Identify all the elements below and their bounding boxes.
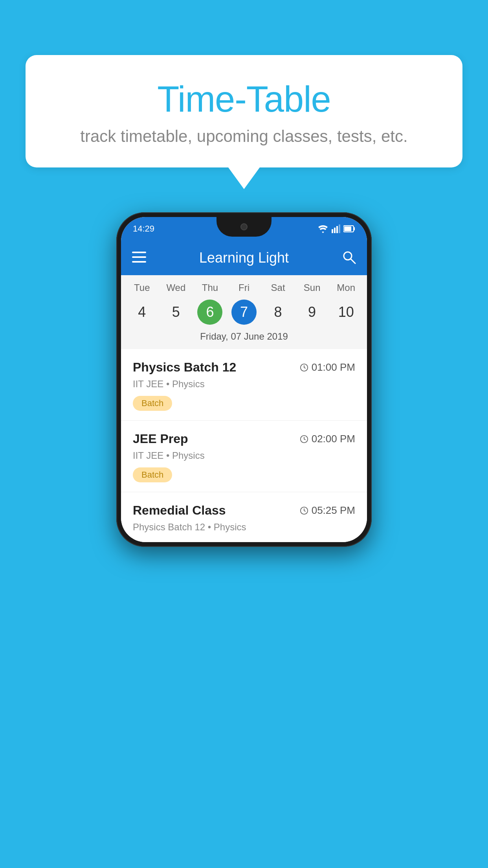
clock-icon-2 <box>300 506 308 515</box>
day-headers: Tue Wed Thu Fri Sat Sun Mon <box>121 282 367 296</box>
day-tue: Tue <box>125 282 159 296</box>
notch <box>216 217 272 237</box>
date-4[interactable]: 4 <box>129 300 154 325</box>
speech-bubble-section: Time-Table track timetable, upcoming cla… <box>26 55 462 189</box>
bubble-arrow <box>228 167 260 189</box>
class-name-0: Physics Batch 12 <box>133 360 236 375</box>
app-bar-title: Learning Light <box>156 250 332 266</box>
date-10[interactable]: 10 <box>334 300 359 325</box>
class-name-1: JEE Prep <box>133 432 188 446</box>
day-mon: Mon <box>329 282 363 296</box>
date-5[interactable]: 5 <box>163 300 189 325</box>
class-time-1: 02:00 PM <box>300 433 355 445</box>
batch-tag-1: Batch <box>133 467 172 482</box>
status-bar: 14:29 <box>121 217 367 241</box>
bubble-title: Time-Table <box>57 79 431 120</box>
phone-outer: 14:29 <box>116 212 372 547</box>
day-sat: Sat <box>261 282 295 296</box>
svg-rect-7 <box>132 252 146 253</box>
day-thu: Thu <box>193 282 227 296</box>
day-wed: Wed <box>159 282 193 296</box>
svg-line-11 <box>351 259 355 263</box>
search-icon[interactable] <box>342 250 356 266</box>
class-item-header-0: Physics Batch 12 01:00 PM <box>133 360 355 375</box>
date-6-today[interactable]: 6 <box>197 300 222 325</box>
svg-rect-8 <box>132 256 146 258</box>
svg-rect-1 <box>334 228 336 233</box>
svg-rect-3 <box>339 224 340 233</box>
class-item-0[interactable]: Physics Batch 12 01:00 PM IIT JEE • Phys… <box>121 349 367 421</box>
calendar-strip: Tue Wed Thu Fri Sat Sun Mon 4 5 6 7 8 9 … <box>121 275 367 349</box>
class-time-0: 01:00 PM <box>300 361 355 373</box>
phone-mockup: 14:29 <box>116 212 372 547</box>
class-time-2: 05:25 PM <box>300 504 355 517</box>
phone-screen: 14:29 <box>121 217 367 542</box>
class-item-header-1: JEE Prep 02:00 PM <box>133 432 355 446</box>
clock-icon-0 <box>300 363 308 372</box>
battery-icon <box>343 225 355 233</box>
svg-rect-6 <box>344 226 351 231</box>
date-7-selected[interactable]: 7 <box>231 300 257 325</box>
wifi-icon <box>317 224 328 233</box>
day-sun: Sun <box>295 282 329 296</box>
status-icons <box>317 224 355 233</box>
svg-rect-0 <box>332 229 333 233</box>
speech-bubble: Time-Table track timetable, upcoming cla… <box>26 55 462 167</box>
date-8[interactable]: 8 <box>266 300 291 325</box>
date-9[interactable]: 9 <box>299 300 325 325</box>
class-subject-1: IIT JEE • Physics <box>133 450 355 461</box>
svg-rect-2 <box>336 226 338 233</box>
class-item-1[interactable]: JEE Prep 02:00 PM IIT JEE • Physics Batc… <box>121 421 367 492</box>
class-subject-2: Physics Batch 12 • Physics <box>133 522 355 533</box>
status-time: 14:29 <box>133 224 154 234</box>
svg-rect-5 <box>354 227 355 230</box>
batch-tag-0: Batch <box>133 396 172 411</box>
class-list: Physics Batch 12 01:00 PM IIT JEE • Phys… <box>121 349 367 542</box>
class-item-header-2: Remedial Class 05:25 PM <box>133 503 355 518</box>
class-name-2: Remedial Class <box>133 503 226 518</box>
camera-dot <box>240 223 248 230</box>
hamburger-icon[interactable] <box>132 252 146 264</box>
class-item-2[interactable]: Remedial Class 05:25 PM Physics Batch 12… <box>121 492 367 542</box>
app-bar: Learning Light <box>121 241 367 275</box>
day-fri: Fri <box>227 282 261 296</box>
signal-icon <box>332 224 340 233</box>
clock-icon-1 <box>300 435 308 443</box>
class-subject-0: IIT JEE • Physics <box>133 379 355 390</box>
selected-date-label: Friday, 07 June 2019 <box>121 331 367 349</box>
svg-rect-9 <box>132 261 146 263</box>
day-numbers: 4 5 6 7 8 9 10 <box>121 296 367 331</box>
bubble-subtitle: track timetable, upcoming classes, tests… <box>57 127 431 146</box>
